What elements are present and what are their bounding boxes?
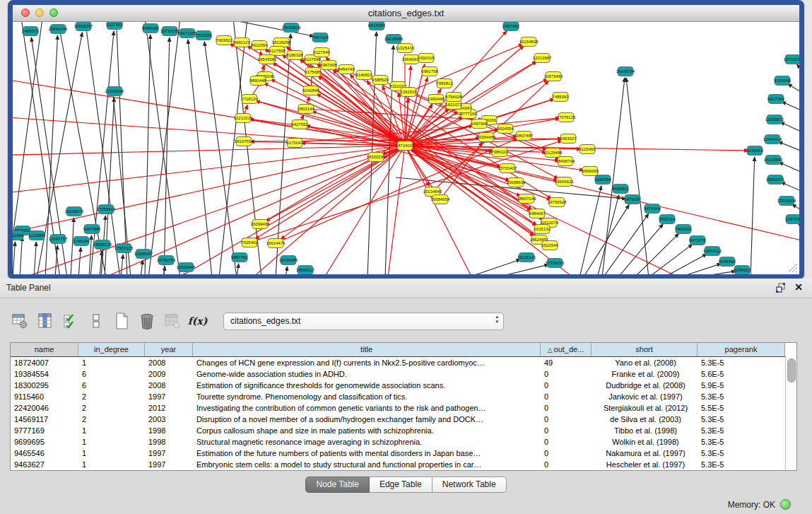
table-scrollbar[interactable]	[785, 356, 796, 470]
graph-edge	[145, 35, 151, 274]
table-cell: 1997	[145, 448, 193, 459]
float-panel-icon[interactable]	[775, 282, 787, 293]
column-header-name[interactable]: name	[11, 343, 78, 356]
status-bar: Memory: OK	[0, 495, 812, 514]
graph-node-label: 12942757	[49, 237, 68, 241]
graph-node-label: 1115686	[29, 233, 45, 238]
table-row[interactable]: 977716911998Corpus callosum shape and si…	[11, 425, 796, 436]
tab-edge-table[interactable]: Edge Table	[370, 477, 433, 493]
graph-edge	[219, 22, 247, 274]
table-cell: Tourette syndrome. Phenomenology and cla…	[193, 391, 541, 402]
graph-node-label: 19756928	[548, 200, 567, 204]
graph-node-label: 9474444	[644, 206, 661, 211]
import-table-icon[interactable]	[163, 311, 182, 331]
graph-node-label: 18300295	[367, 155, 386, 159]
tab-node-table[interactable]: Node Table	[305, 477, 370, 493]
graph-node-label: 19654923	[555, 180, 574, 184]
network-canvas[interactable]: 1872400786601238912954182260589127508165…	[13, 22, 799, 274]
table-cell: 0	[541, 436, 592, 448]
table-cell: 9465546	[11, 448, 78, 459]
tab-network-table[interactable]: Network Table	[433, 477, 507, 493]
graph-node-label: 9129946	[774, 78, 791, 83]
graph-node-label: 21053346	[105, 89, 124, 93]
graph-edge	[780, 122, 799, 134]
column-visibility-icon[interactable]	[35, 311, 54, 331]
table-cell: Wolkin et al. (1998)	[592, 436, 698, 448]
table-row[interactable]: 1872400712008Changes of HCN gene express…	[11, 357, 796, 368]
graph-node-label: 6794028	[445, 95, 462, 99]
graph-node-label: 17334263	[546, 261, 565, 265]
canvas-resize-grip[interactable]	[789, 264, 797, 272]
column-header-out_de[interactable]: △out_de...	[541, 343, 592, 356]
table-cell: 2	[78, 402, 145, 414]
graph-edge	[779, 163, 799, 174]
graph-node-label: 17016504	[777, 199, 796, 203]
table-cell: 0	[541, 402, 592, 414]
graph-node-label: 2967608	[320, 63, 337, 67]
graph-node-label: 8186328	[286, 53, 303, 57]
graph-node-label: 1588520	[372, 78, 389, 82]
table-cell: 0	[541, 459, 592, 470]
graph-edge	[148, 22, 180, 274]
table-cell: 0	[541, 368, 592, 380]
graph-node-label: 9097588	[83, 227, 100, 231]
table-cell: 2	[78, 414, 145, 425]
column-header-year[interactable]: year	[145, 343, 193, 356]
row-height-icon[interactable]	[86, 311, 105, 331]
graph-node-label: 12923446	[177, 265, 196, 269]
graph-node-label: 19384554	[431, 197, 450, 201]
column-header-in_degree[interactable]: in_degree	[78, 343, 145, 356]
selection-check-icon[interactable]	[61, 311, 80, 331]
table-row[interactable]: 969969511998Structural magnetic resonanc…	[11, 436, 796, 448]
graph-node-label: 1527602	[106, 23, 123, 27]
table-row[interactable]: 1456911722003Disruption of a novel membe…	[11, 414, 796, 425]
graph-node-label: 1167533	[786, 217, 799, 221]
graph-node-label: 7955812	[436, 81, 453, 86]
column-header-pagerank[interactable]: pagerank	[698, 343, 785, 356]
graph-node-label: 9170041	[286, 141, 303, 145]
table-row[interactable]: 946554611997Estimation of the future num…	[11, 448, 796, 459]
table-row[interactable]: 1830029562008Estimation of significance …	[11, 380, 796, 391]
table-cell: 5.6E-5	[698, 368, 785, 380]
graph-node-label: 16154808	[519, 40, 539, 44]
graph-node-label: 10654112	[703, 249, 722, 253]
citation-network-graph[interactable]: 1872400786601238912954182260589127508165…	[13, 22, 799, 274]
table-cell: Dudbridge et al. (2008)	[592, 380, 698, 391]
graph-node-label: 7625402	[241, 240, 258, 245]
table-cell: 1997	[145, 391, 193, 402]
graph-node-label: 9115460	[579, 147, 596, 151]
memory-status-indicator[interactable]	[780, 499, 791, 510]
graph-node-label: 6497568	[471, 122, 488, 126]
graph-node-label: 10719155	[160, 29, 180, 33]
window-titlebar[interactable]: citations_edges.txt	[13, 5, 799, 22]
network-view-window: citations_edges.txt 18724007866012389129…	[8, 0, 804, 279]
column-header-title[interactable]: title	[193, 343, 541, 356]
table-cell: Jankovic et al. (1997)	[592, 391, 698, 402]
table-row[interactable]: 2242004622012Investigating the contribut…	[11, 402, 796, 414]
table-cell: 5.3E-5	[698, 425, 785, 436]
new-file-icon[interactable]	[112, 311, 131, 331]
graph-edge	[782, 102, 799, 112]
graph-node-label: 12213339	[234, 116, 253, 120]
graph-node-label: 12213987	[533, 56, 552, 60]
graph-node-label: 7663822	[216, 38, 233, 42]
table-cell: 9699695	[11, 436, 78, 448]
table-cell: 9115460	[11, 391, 78, 402]
graph-node-label: 14569117	[296, 268, 315, 272]
graph-node-label: 7857224	[312, 35, 329, 40]
graph-node-label: 18807249	[517, 197, 536, 201]
graph-edge	[141, 260, 143, 274]
table-row[interactable]: 911546021997Tourette syndrome. Phenomeno…	[11, 391, 796, 402]
graph-node-label: 1640954	[594, 177, 611, 182]
table-row[interactable]: 946362711997Embryonic stem cells: a mode…	[11, 459, 796, 470]
scrollbar-thumb[interactable]	[787, 358, 796, 382]
table-row[interactable]: 1938455462009Genome-wide association stu…	[11, 368, 796, 380]
table-body: 1872400712008Changes of HCN gene express…	[11, 357, 796, 470]
graph-node-label: 8938921	[612, 187, 629, 191]
function-fx-icon[interactable]: f(x)	[188, 311, 207, 331]
column-header-short[interactable]: short	[592, 343, 698, 356]
table-select-dropdown[interactable]: citations_edges.txt ▴▾	[223, 313, 504, 330]
close-panel-icon[interactable]: ✕	[794, 281, 803, 293]
table-options-icon[interactable]	[10, 311, 29, 331]
trash-icon[interactable]	[137, 311, 156, 331]
